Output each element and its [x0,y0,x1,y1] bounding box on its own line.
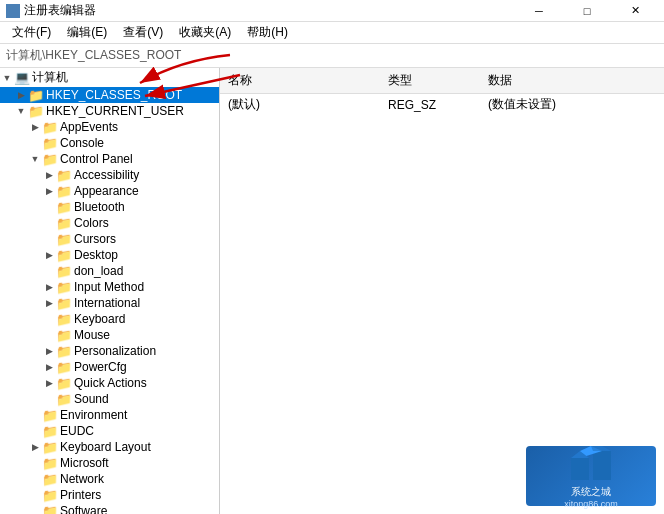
tree-item-quickactions[interactable]: ▶ 📁 Quick Actions [0,375,219,391]
address-label: 计算机\HKEY_CLASSES_ROOT [6,47,181,64]
title-bar: 注册表编辑器 ─ □ ✕ [0,0,664,22]
tree-label-donload: don_load [74,264,123,278]
menu-edit[interactable]: 编辑(E) [59,22,115,43]
tree-label-microsoft: Microsoft [60,456,109,470]
tree-item-hkcr[interactable]: ▶ 📁 HKEY_CLASSES_ROOT [0,87,219,103]
app-icon [6,4,20,18]
tree-item-printers[interactable]: 📁 Printers [0,487,219,503]
table-row[interactable]: (默认) REG_SZ (数值未设置) [220,94,664,115]
menu-bar: 文件(F) 编辑(E) 查看(V) 收藏夹(A) 帮助(H) [0,22,664,44]
tree-item-international[interactable]: ▶ 📁 International [0,295,219,311]
tree-item-appearance[interactable]: ▶ 📁 Appearance [0,183,219,199]
folder-icon-inputmethod: 📁 [56,280,72,294]
folder-icon-keyboard: 📁 [56,312,72,326]
tree-label-cursors: Cursors [74,232,116,246]
expand-icon-powercfg: ▶ [42,360,56,374]
tree-item-powercfg[interactable]: ▶ 📁 PowerCfg [0,359,219,375]
tree-item-sound[interactable]: 📁 Sound [0,391,219,407]
tree-item-keyboard[interactable]: 📁 Keyboard [0,311,219,327]
computer-icon: 💻 [14,71,30,85]
tree-item-mouse[interactable]: 📁 Mouse [0,327,219,343]
tree-label-printers: Printers [60,488,101,502]
cell-name: (默认) [220,95,380,114]
folder-icon-desktop: 📁 [56,248,72,262]
tree-label-quickactions: Quick Actions [74,376,147,390]
folder-icon-eudc: 📁 [42,424,58,438]
tree-label-personalization: Personalization [74,344,156,358]
tree-label-colors: Colors [74,216,109,230]
title-text: 注册表编辑器 [24,2,96,19]
folder-icon-environment: 📁 [42,408,58,422]
tree-label-keyboard: Keyboard [74,312,125,326]
tree-item-donload[interactable]: 📁 don_load [0,263,219,279]
expand-icon-accessibility: ▶ [42,168,56,182]
folder-icon-appearance: 📁 [56,184,72,198]
folder-icon-bluetooth: 📁 [56,200,72,214]
folder-icon-microsoft: 📁 [42,456,58,470]
tree-item-environment[interactable]: 📁 Environment [0,407,219,423]
tree-item-bluetooth[interactable]: 📁 Bluetooth [0,199,219,215]
folder-icon-international: 📁 [56,296,72,310]
tree-item-cursors[interactable]: 📁 Cursors [0,231,219,247]
tree-item-hkcu[interactable]: ▼ 📁 HKEY_CURRENT_USER [0,103,219,119]
folder-icon-software: 📁 [42,504,58,514]
tree-item-inputmethod[interactable]: ▶ 📁 Input Method [0,279,219,295]
tree-item-accessibility[interactable]: ▶ 📁 Accessibility [0,167,219,183]
folder-icon-sound: 📁 [56,392,72,406]
minimize-button[interactable]: ─ [516,0,562,22]
tree-item-software[interactable]: 📁 Software [0,503,219,514]
expand-icon-controlpanel: ▼ [28,152,42,166]
watermark: 系统之城 xitong86.com [526,446,656,506]
cell-type: REG_SZ [380,97,480,113]
svg-marker-6 [591,446,611,451]
tree-item-eudc[interactable]: 📁 EUDC [0,423,219,439]
folder-icon-donload: 📁 [56,264,72,278]
tree-item-colors[interactable]: 📁 Colors [0,215,219,231]
folder-icon-hkcu: 📁 [28,104,44,118]
close-button[interactable]: ✕ [612,0,658,22]
tree-label-network: Network [60,472,104,486]
col-header-data: 数据 [480,70,664,91]
folder-icon-controlpanel: 📁 [42,152,58,166]
folder-icon-hkcr: 📁 [28,88,44,102]
folder-icon-powercfg: 📁 [56,360,72,374]
tree-item-computer[interactable]: ▼ 💻 计算机 [0,68,219,87]
menu-view[interactable]: 查看(V) [115,22,171,43]
tree-item-console[interactable]: 📁 Console [0,135,219,151]
tree-label-sound: Sound [74,392,109,406]
expand-icon-quickactions: ▶ [42,376,56,390]
menu-file[interactable]: 文件(F) [4,22,59,43]
tree-label-software: Software [60,504,107,514]
menu-favorites[interactable]: 收藏夹(A) [171,22,239,43]
expand-icon-inputmethod: ▶ [42,280,56,294]
folder-icon-mouse: 📁 [56,328,72,342]
svg-rect-2 [571,458,589,480]
tree-label-computer: 计算机 [32,69,68,86]
watermark-logo-icon [566,443,616,483]
tree-item-network[interactable]: 📁 Network [0,471,219,487]
expand-icon-hkcu: ▼ [14,104,28,118]
folder-icon-keyboardlayout: 📁 [42,440,58,454]
tree-label-powercfg: PowerCfg [74,360,127,374]
tree-item-controlpanel[interactable]: ▼ 📁 Control Panel [0,151,219,167]
folder-icon-printers: 📁 [42,488,58,502]
col-header-name: 名称 [220,70,380,91]
folder-icon-console: 📁 [42,136,58,150]
tree-label-environment: Environment [60,408,127,422]
tree-label-accessibility: Accessibility [74,168,139,182]
table-header: 名称 类型 数据 [220,68,664,94]
menu-help[interactable]: 帮助(H) [239,22,296,43]
tree-label-hkcu: HKEY_CURRENT_USER [46,104,184,118]
tree-label-mouse: Mouse [74,328,110,342]
tree-label-controlpanel: Control Panel [60,152,133,166]
tree-item-microsoft[interactable]: 📁 Microsoft [0,455,219,471]
tree-item-keyboardlayout[interactable]: ▶ 📁 Keyboard Layout [0,439,219,455]
tree-item-personalization[interactable]: ▶ 📁 Personalization [0,343,219,359]
maximize-button[interactable]: □ [564,0,610,22]
tree-item-appevents[interactable]: ▶ 📁 AppEvents [0,119,219,135]
watermark-url: xitong86.com [564,499,618,509]
tree-item-desktop[interactable]: ▶ 📁 Desktop [0,247,219,263]
folder-icon-appevents: 📁 [42,120,58,134]
tree-label-appearance: Appearance [74,184,139,198]
tree-label-hkcr: HKEY_CLASSES_ROOT [46,88,182,102]
